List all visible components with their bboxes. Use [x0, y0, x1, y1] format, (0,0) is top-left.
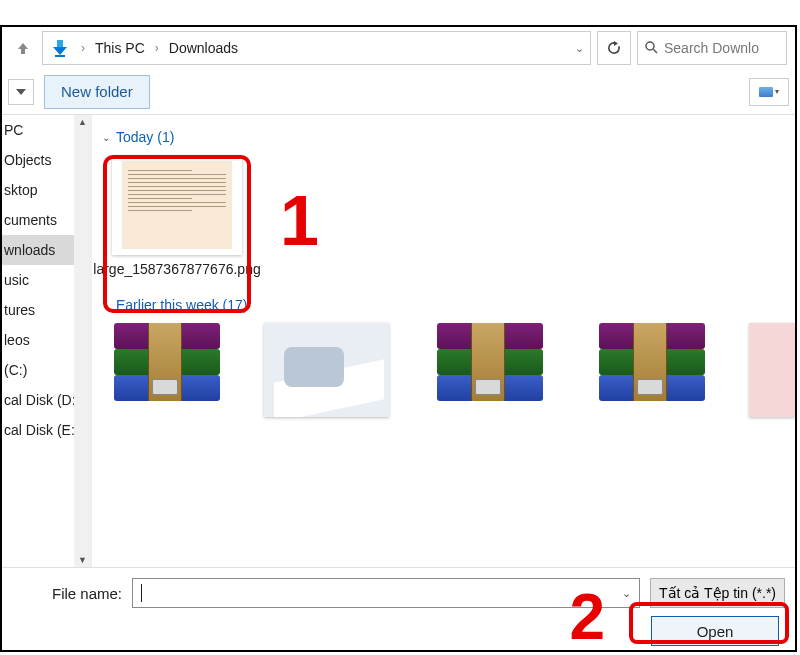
annotation-number-1: 1 [280, 181, 319, 261]
dialog-footer: File name: ⌄ Tất cả Tệp tin (*.*) Open 2 [2, 567, 795, 645]
chevron-down-icon: ▾ [775, 87, 779, 96]
file-item-image[interactable] [264, 323, 390, 417]
svg-rect-0 [57, 40, 63, 47]
filename-input[interactable]: ⌄ [132, 578, 640, 608]
chevron-right-icon: › [153, 41, 161, 55]
up-button[interactable] [10, 35, 36, 61]
breadcrumb-folder[interactable]: Downloads [169, 40, 238, 56]
address-bar: › This PC › Downloads ⌄ Search Downlo [2, 27, 795, 69]
search-placeholder: Search Downlo [664, 40, 759, 56]
refresh-button[interactable] [597, 31, 631, 65]
dialog-body: PC Objects sktop cuments wnloads usic tu… [2, 115, 795, 567]
breadcrumb-box[interactable]: › This PC › Downloads ⌄ [42, 31, 591, 65]
view-mode-button[interactable]: ▾ [749, 78, 789, 106]
file-list: ⌄ Today (1) large_1587367877676.png [92, 115, 795, 567]
search-icon [644, 40, 658, 57]
svg-point-2 [646, 42, 654, 50]
chevron-right-icon: › [79, 41, 87, 55]
svg-rect-1 [55, 55, 65, 57]
text-cursor [141, 584, 142, 602]
annotation-box-2 [629, 602, 789, 644]
file-item-archive[interactable] [102, 323, 228, 417]
sidebar-scrollbar[interactable]: ▲ ▼ [74, 115, 91, 567]
scroll-up-icon: ▲ [78, 117, 87, 127]
chevron-down-icon[interactable]: ⌄ [622, 587, 631, 600]
search-input[interactable]: Search Downlo [637, 31, 787, 65]
file-item-image[interactable] [749, 323, 795, 417]
file-item[interactable]: large_1587367877676.png [102, 155, 252, 279]
filename-label: File name: [52, 585, 122, 602]
downloads-folder-icon [49, 39, 71, 57]
new-folder-button[interactable]: New folder [44, 75, 150, 109]
annotation-number-2: 2 [569, 580, 605, 654]
group-today[interactable]: ⌄ Today (1) [102, 129, 795, 145]
breadcrumb-root[interactable]: This PC [95, 40, 145, 56]
organize-dropdown[interactable] [8, 79, 34, 105]
chevron-down-icon: ⌄ [102, 132, 110, 143]
thumbnail-icon [759, 87, 773, 97]
file-open-dialog: › This PC › Downloads ⌄ Search Downlo Ne… [0, 25, 797, 652]
breadcrumb-dropdown[interactable]: ⌄ [575, 42, 584, 55]
annotation-box-1 [103, 155, 251, 313]
svg-line-3 [653, 49, 657, 53]
file-item-archive[interactable] [425, 323, 551, 417]
scroll-down-icon: ▼ [78, 555, 87, 565]
toolbar: New folder ▾ [2, 69, 795, 115]
nav-sidebar: PC Objects sktop cuments wnloads usic tu… [2, 115, 92, 567]
file-item-archive[interactable] [587, 323, 713, 417]
